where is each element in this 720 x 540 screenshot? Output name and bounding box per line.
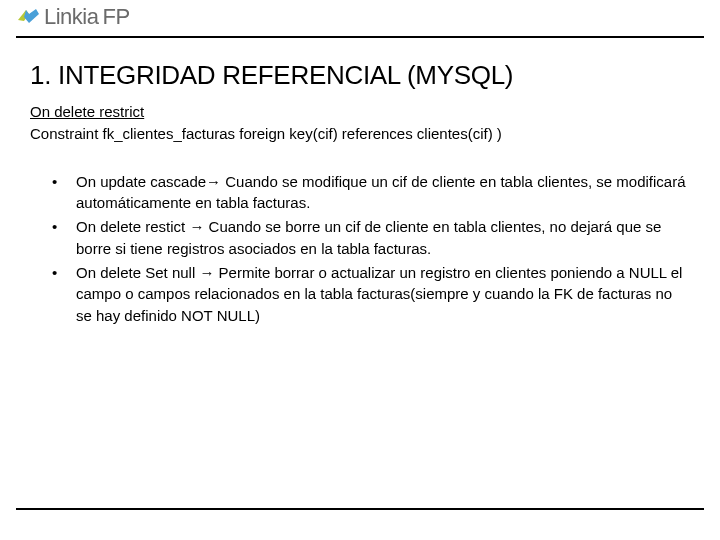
list-item: • On delete Set null → Permite borrar o … xyxy=(52,262,690,327)
bullet-text: On update cascade→ Cuando se modifique u… xyxy=(76,171,690,215)
bullet-text: On delete Set null → Permite borrar o ac… xyxy=(76,262,690,327)
brand-suffix: FP xyxy=(102,4,129,29)
brand-name: LinkiaFP xyxy=(44,4,130,30)
subhead-constraint: Constraint fk_clientes_facturas foreign … xyxy=(30,123,690,145)
bullet-marker: • xyxy=(52,262,76,327)
bullet-marker: • xyxy=(52,171,76,215)
page-title: 1. INTEGRIDAD REFERENCIAL (MYSQL) xyxy=(30,60,690,91)
bullet-list: • On update cascade→ Cuando se modifique… xyxy=(30,171,690,327)
slide-content: 1. INTEGRIDAD REFERENCIAL (MYSQL) On del… xyxy=(0,38,720,327)
subhead-restrict: On delete restrict xyxy=(30,101,690,123)
list-item: • On delete restict → Cuando se borre un… xyxy=(52,216,690,260)
linkia-logo-icon xyxy=(16,6,40,28)
bullet-text: On delete restict → Cuando se borre un c… xyxy=(76,216,690,260)
brand-text: Linkia xyxy=(44,4,98,29)
header: LinkiaFP xyxy=(0,0,720,36)
list-item: • On update cascade→ Cuando se modifique… xyxy=(52,171,690,215)
bullet-marker: • xyxy=(52,216,76,260)
footer-divider xyxy=(16,508,704,510)
